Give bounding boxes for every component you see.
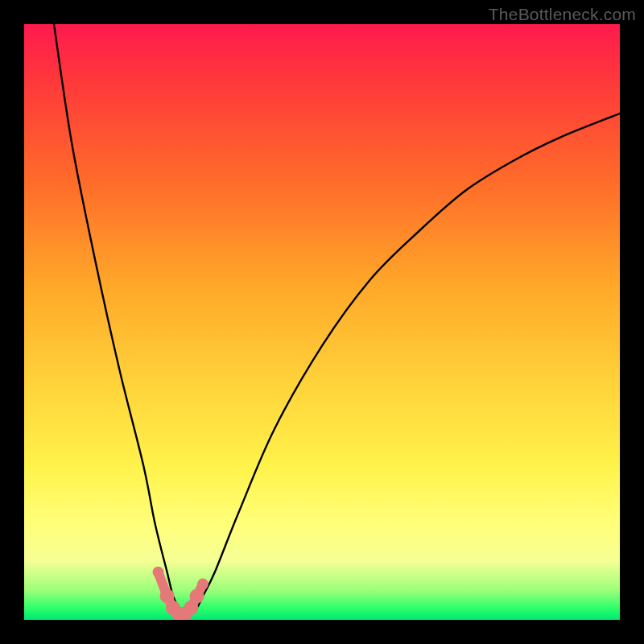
curve-markers: [153, 567, 209, 620]
watermark-text: TheBottleneck.com: [489, 5, 636, 24]
bottleneck-curve: [24, 24, 620, 620]
plot-area: [24, 24, 620, 620]
curve-marker: [190, 588, 204, 603]
curve-marker: [153, 567, 164, 578]
curve-line: [54, 24, 620, 615]
chart-frame: TheBottleneck.com: [0, 0, 644, 644]
curve-marker: [197, 579, 208, 590]
